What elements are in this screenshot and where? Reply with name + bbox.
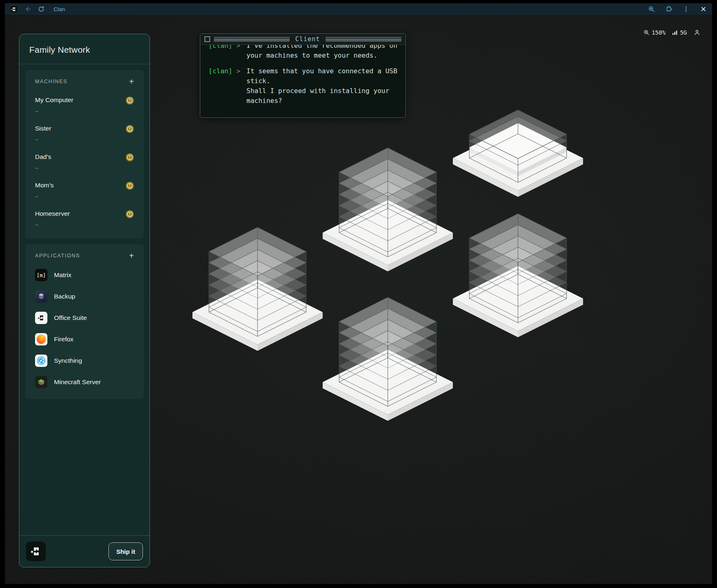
warning-badge-icon	[126, 153, 134, 161]
terminal-message: [clan] > It seems that you have connecte…	[209, 66, 400, 106]
tab-title: Clan	[54, 6, 65, 12]
app-label: Syncthing	[54, 357, 82, 364]
client-terminal-window: Client [clan] > I've installed the recom…	[200, 33, 406, 118]
divider	[19, 64, 150, 64]
warning-badge-icon	[126, 125, 134, 133]
machines-list: My Computer – Sister – Dad's – Mom's –	[35, 96, 134, 228]
window-closebox-icon[interactable]	[204, 36, 210, 42]
syncthing-icon	[35, 355, 47, 367]
machine-item-homeserver[interactable]: Homeserver –	[35, 210, 134, 228]
terminal-line: your machines to meet your needs.	[246, 51, 397, 61]
sidebar-footer: Ship it	[19, 535, 150, 567]
network-indicator: 5G	[672, 29, 687, 36]
canvas: 150% 5G Client [clan	[5, 15, 712, 584]
add-application-button[interactable]: +	[129, 252, 134, 260]
matrix-icon: [m]	[35, 269, 47, 281]
machine-item-dad-s[interactable]: Dad's –	[35, 153, 134, 171]
machine-node-right[interactable]	[452, 203, 584, 339]
machine-name: Mom's	[35, 182, 54, 189]
warning-badge-icon	[126, 96, 134, 105]
reload-icon[interactable]	[37, 5, 45, 13]
ship-it-button[interactable]: Ship it	[108, 542, 143, 560]
warning-badge-icon	[126, 210, 134, 218]
machine-item-sister[interactable]: Sister –	[35, 125, 134, 142]
extensions-icon[interactable]	[665, 5, 672, 13]
terminal-line: machines?	[246, 96, 397, 106]
sidebar: Family Network MACHINES + My Computer – …	[19, 34, 150, 567]
titlebar-stripes	[326, 37, 401, 42]
applications-panel: APPLICATIONS + [m] Matrix Backup Office …	[25, 244, 144, 399]
terminal-prompt: [clan] >	[209, 66, 246, 106]
machine-node-bottom-middle[interactable]	[322, 287, 454, 422]
signal-bars-icon	[672, 30, 678, 35]
terminal-line: It seems that you have connected a USB	[246, 66, 397, 76]
person-icon	[694, 29, 701, 36]
app-item-firefox[interactable]: Firefox	[35, 333, 134, 345]
machine-node-top-middle[interactable]	[322, 137, 454, 273]
clan-favicon	[10, 5, 18, 13]
machine-detail: –	[35, 193, 54, 199]
client-window-title: Client	[293, 35, 321, 43]
back-arrow-icon[interactable]	[24, 5, 31, 13]
zoom-glass-icon	[643, 29, 650, 36]
app-item-minecraft-server[interactable]: Minecraft Server	[35, 376, 134, 388]
machine-detail: –	[35, 136, 52, 142]
menu-kebab-icon[interactable]	[682, 5, 690, 13]
zoom-level-indicator: 150%	[643, 29, 665, 36]
machines-header: MACHINES	[35, 79, 68, 84]
machine-node-left[interactable]	[192, 217, 323, 352]
zoom-icon[interactable]	[648, 5, 655, 13]
screen-frame: Clan	[0, 0, 717, 588]
warning-badge-icon	[126, 182, 134, 190]
terminal-scrollback: [clan] > I've installed the recommended …	[200, 41, 405, 106]
close-window-icon[interactable]	[700, 5, 707, 13]
machine-detail: –	[35, 107, 73, 114]
app-item-backup[interactable]: Backup	[35, 290, 134, 303]
browser-chrome-bar: Clan	[5, 3, 712, 15]
app-label: Backup	[54, 293, 75, 300]
machine-name: Homeserver	[35, 210, 70, 217]
app-item-matrix[interactable]: [m] Matrix	[35, 269, 134, 281]
app-item-office-suite[interactable]: Office Suite	[35, 312, 134, 324]
app-label: Firefox	[54, 336, 73, 343]
machine-name: Sister	[35, 125, 52, 132]
sidebar-title: Family Network	[29, 45, 140, 55]
client-titlebar[interactable]: Client	[200, 34, 405, 45]
minecraft-icon	[35, 376, 47, 388]
app-item-syncthing[interactable]: Syncthing	[35, 355, 134, 367]
machine-detail: –	[35, 164, 51, 171]
clan-logo	[26, 541, 46, 561]
applications-header: APPLICATIONS	[35, 253, 80, 259]
status-indicators: 150% 5G	[643, 29, 701, 36]
terminal-line: Shall I proceed with installing your	[246, 86, 397, 96]
firefox-icon	[35, 333, 47, 345]
machine-name: Dad's	[35, 153, 51, 161]
applications-list: [m] Matrix Backup Office Suite Firefox	[35, 269, 134, 388]
machine-item-mom-s[interactable]: Mom's –	[35, 182, 134, 199]
app-label: Matrix	[54, 271, 71, 279]
backup-icon	[35, 290, 47, 303]
app-label: Office Suite	[54, 314, 87, 322]
machine-item-my-computer[interactable]: My Computer –	[35, 96, 134, 114]
machine-detail: –	[35, 221, 70, 228]
machine-name: My Computer	[35, 96, 73, 104]
office-suite-icon	[35, 312, 47, 324]
app-label: Minecraft Server	[54, 378, 101, 386]
machine-node-top-right[interactable]	[452, 110, 584, 198]
terminal-line: stick.	[246, 76, 397, 86]
titlebar-stripes	[214, 37, 290, 42]
add-machine-button[interactable]: +	[129, 77, 134, 86]
machines-panel: MACHINES + My Computer – Sister – Dad's …	[25, 70, 144, 238]
user-indicator[interactable]	[694, 29, 701, 36]
